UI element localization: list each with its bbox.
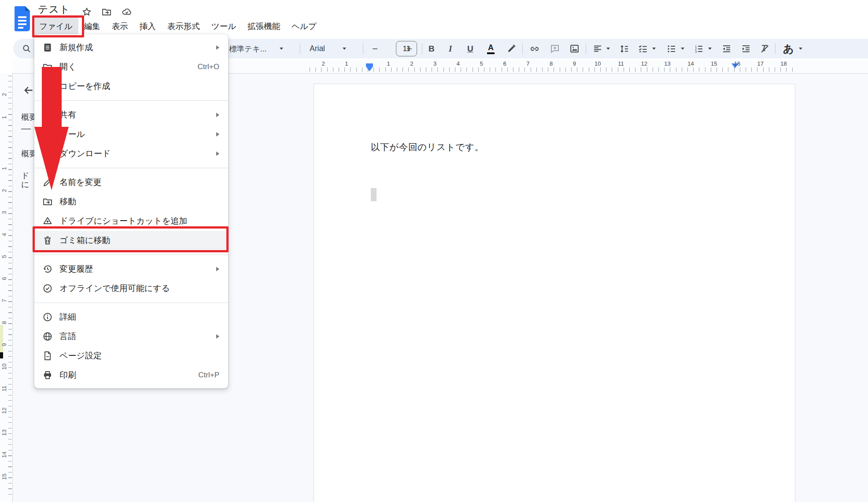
bullet-list-icon[interactable] bbox=[666, 39, 684, 59]
checklist-icon[interactable] bbox=[638, 39, 656, 59]
menubar-item-挿入[interactable]: 挿入 bbox=[134, 17, 162, 35]
image-icon[interactable] bbox=[569, 39, 580, 59]
menubar-item-表示形式[interactable]: 表示形式 bbox=[162, 17, 206, 35]
toolbar-divider bbox=[522, 43, 523, 54]
horizontal-ruler-number: 16 bbox=[734, 60, 740, 67]
horizontal-ruler-number: 17 bbox=[757, 60, 764, 67]
menubar-item-ヘルプ[interactable]: ヘルプ bbox=[286, 17, 322, 35]
file-menu-item-変更履歴[interactable]: 変更履歴 bbox=[34, 259, 228, 279]
toolbar-divider bbox=[422, 43, 422, 54]
document-title[interactable]: テスト bbox=[38, 3, 70, 16]
horizontal-ruler-number: 2 bbox=[321, 60, 325, 67]
file-menu-dropdown: 新規作成開くCtrl+Oコピーを作成共有メールダウンロード名前を変更移動ドライブ… bbox=[34, 34, 228, 388]
chevron-down-icon bbox=[606, 48, 610, 50]
cloud-saved-icon[interactable] bbox=[122, 7, 132, 17]
horizontal-ruler-number: 1 bbox=[345, 60, 348, 67]
clear-format-icon[interactable] bbox=[759, 39, 770, 59]
submenu-arrow-icon bbox=[216, 45, 219, 50]
align-left-icon[interactable] bbox=[592, 39, 610, 59]
file-menu-item-ページ設定[interactable]: ページ設定 bbox=[34, 346, 228, 365]
outline-entry[interactable]: に bbox=[21, 179, 29, 190]
folder-open-icon bbox=[42, 62, 53, 72]
paragraph-style-dropdown[interactable]: 標準テキ... bbox=[229, 39, 283, 59]
bold-button[interactable]: B bbox=[428, 39, 435, 59]
page-setup-icon bbox=[42, 351, 53, 361]
font-family-dropdown[interactable]: Arial bbox=[310, 39, 346, 59]
menu-item-label: メール bbox=[59, 129, 85, 140]
text-color-button[interactable]: A bbox=[487, 39, 495, 59]
comment-icon[interactable] bbox=[550, 39, 560, 59]
menubar-item-表示[interactable]: 表示 bbox=[106, 17, 134, 35]
first-line-indent-marker[interactable] bbox=[366, 63, 373, 66]
scroll-highlight-mark bbox=[0, 325, 3, 352]
menu-divider bbox=[34, 168, 228, 168]
file-menu-item-ダウンロード[interactable]: ダウンロード bbox=[34, 144, 228, 163]
menu-item-label: 変更履歴 bbox=[59, 263, 93, 275]
menu-item-label: ダウンロード bbox=[59, 148, 111, 159]
vertical-ruler-number: 2 bbox=[1, 91, 7, 98]
file-menu-item-共有[interactable]: 共有 bbox=[34, 105, 228, 125]
history-icon bbox=[42, 264, 53, 274]
file-menu-item-メール[interactable]: メール bbox=[34, 125, 228, 144]
file-menu-item-移動[interactable]: 移動 bbox=[34, 192, 228, 211]
vertical-ruler-number: 13 bbox=[1, 429, 7, 436]
font-size-increase-button[interactable]: + bbox=[406, 39, 412, 59]
file-menu-item-言語[interactable]: 言語 bbox=[34, 327, 228, 346]
horizontal-ruler-ticks bbox=[310, 67, 795, 72]
menu-item-label: 移動 bbox=[59, 196, 76, 207]
file-menu-item-コピーを作成[interactable]: コピーを作成 bbox=[34, 77, 228, 96]
drive-shortcut-icon bbox=[42, 216, 53, 226]
vertical-ruler-number: 9 bbox=[1, 341, 7, 348]
horizontal-ruler-number: 11 bbox=[618, 60, 624, 67]
menu-item-shortcut: Ctrl+P bbox=[198, 371, 219, 380]
horizontal-ruler-number: 15 bbox=[711, 60, 717, 67]
file-menu-item-オフラインで使用可能にする[interactable]: オフラインで使用可能にする bbox=[34, 279, 228, 298]
menu-item-label: 印刷 bbox=[59, 369, 76, 381]
back-arrow-icon[interactable] bbox=[23, 85, 34, 96]
chevron-down-icon bbox=[280, 48, 283, 50]
horizontal-ruler-number: 12 bbox=[641, 60, 647, 67]
file-menu-item-印刷[interactable]: 印刷Ctrl+P bbox=[34, 365, 228, 385]
doc-new-icon bbox=[42, 42, 53, 53]
outdent-icon[interactable] bbox=[721, 39, 732, 59]
vertical-ruler-number: 5 bbox=[1, 253, 7, 260]
printer-icon bbox=[42, 370, 53, 380]
numbered-list-icon[interactable]: 1 2 3 bbox=[694, 39, 712, 59]
scroll-position-mark bbox=[0, 352, 3, 358]
file-menu-item-詳細[interactable]: 詳細 bbox=[34, 307, 228, 327]
vertical-ruler-number: 6 bbox=[1, 275, 7, 282]
highlighter-icon[interactable] bbox=[506, 39, 517, 59]
submenu-arrow-icon bbox=[216, 113, 219, 117]
submenu-arrow-icon bbox=[216, 132, 219, 137]
left-indent-marker[interactable] bbox=[366, 66, 373, 71]
input-tools-button[interactable]: あ bbox=[783, 39, 802, 59]
menu-item-label: オフラインで使用可能にする bbox=[59, 283, 170, 294]
move-folder-icon bbox=[42, 196, 53, 207]
chevron-down-icon bbox=[708, 48, 712, 50]
vertical-ruler-number: 10 bbox=[1, 363, 7, 370]
document-body-text[interactable]: 以下が今回のリストです。 bbox=[371, 141, 484, 153]
move-folder-icon[interactable] bbox=[101, 7, 112, 17]
line-spacing-icon[interactable] bbox=[619, 39, 630, 59]
horizontal-ruler-number: 7 bbox=[526, 60, 529, 67]
google-docs-logo[interactable] bbox=[15, 6, 30, 31]
file-menu-item-開く[interactable]: 開くCtrl+O bbox=[34, 57, 228, 77]
menubar-item-拡張機能[interactable]: 拡張機能 bbox=[242, 17, 286, 35]
link-icon[interactable] bbox=[529, 39, 540, 59]
horizontal-ruler-number: 10 bbox=[595, 60, 601, 67]
annotation-box-file-menu bbox=[32, 15, 84, 37]
submenu-arrow-icon bbox=[216, 151, 219, 156]
italic-button[interactable]: I bbox=[449, 39, 452, 59]
underline-button[interactable]: U bbox=[467, 39, 473, 59]
vertical-ruler-number: 14 bbox=[1, 451, 7, 458]
toolbar-divider bbox=[300, 43, 300, 54]
magnifier-icon[interactable] bbox=[22, 44, 32, 54]
font-family-value: Arial bbox=[310, 44, 325, 53]
font-size-decrease-button[interactable]: − bbox=[372, 39, 378, 59]
indent-icon[interactable] bbox=[741, 39, 751, 59]
menu-item-label: 名前を変更 bbox=[59, 177, 101, 188]
menubar-item-ツール[interactable]: ツール bbox=[206, 17, 242, 35]
file-menu-item-新規作成[interactable]: 新規作成 bbox=[34, 38, 228, 57]
copy-icon bbox=[42, 81, 53, 92]
file-menu-item-名前を変更[interactable]: 名前を変更 bbox=[34, 173, 228, 192]
